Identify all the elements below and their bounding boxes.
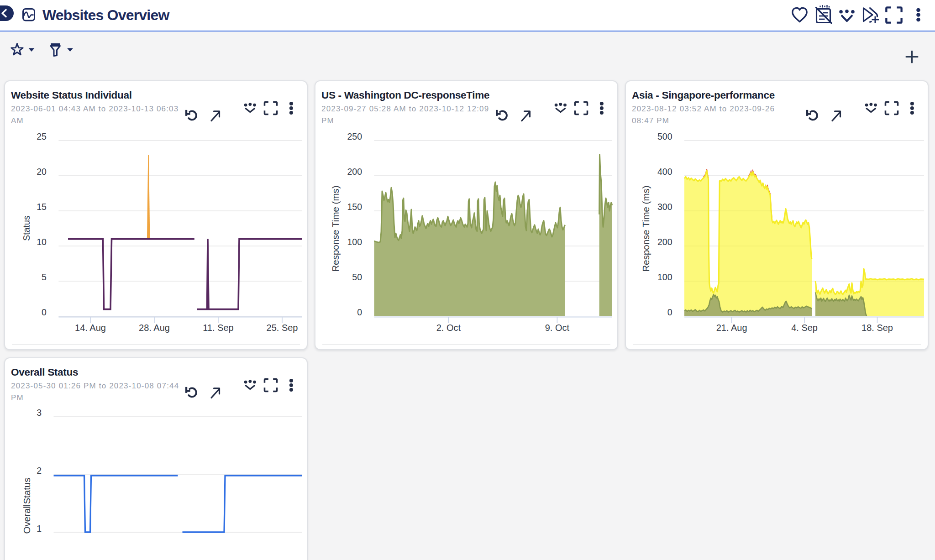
svg-text:28. Aug: 28. Aug: [139, 323, 170, 333]
svg-text:2: 2: [37, 466, 42, 476]
svg-text:25. Sep: 25. Sep: [267, 323, 298, 333]
svg-text:200: 200: [657, 237, 672, 247]
svg-text:3: 3: [37, 408, 42, 418]
svg-text:14. Aug: 14. Aug: [75, 323, 106, 333]
svg-text:0: 0: [357, 307, 362, 317]
svg-text:OverallStatus: OverallStatus: [21, 477, 32, 534]
svg-text:Response Time (ms): Response Time (ms): [641, 185, 651, 272]
svg-text:150: 150: [347, 202, 362, 212]
svg-text:0: 0: [667, 307, 672, 317]
svg-text:21. Aug: 21. Aug: [716, 323, 747, 333]
svg-text:18. Sep: 18. Sep: [861, 323, 893, 333]
svg-text:Status: Status: [21, 215, 32, 241]
svg-text:300: 300: [657, 202, 672, 212]
svg-text:20: 20: [37, 167, 47, 177]
svg-text:4. Sep: 4. Sep: [791, 323, 818, 333]
svg-text:200: 200: [347, 167, 362, 177]
svg-text:100: 100: [657, 272, 672, 282]
svg-text:1: 1: [37, 523, 42, 534]
svg-text:0: 0: [42, 307, 47, 317]
svg-text:11. Sep: 11. Sep: [203, 323, 233, 333]
svg-text:100: 100: [347, 237, 362, 247]
svg-text:15: 15: [37, 202, 47, 212]
svg-text:25: 25: [37, 131, 47, 141]
svg-text:5: 5: [42, 272, 47, 282]
svg-text:250: 250: [347, 131, 362, 141]
svg-text:400: 400: [657, 167, 672, 177]
svg-text:Response Time (ms): Response Time (ms): [330, 185, 341, 272]
svg-text:50: 50: [352, 272, 362, 282]
svg-text:500: 500: [657, 131, 672, 141]
svg-text:2. Oct: 2. Oct: [436, 323, 461, 333]
svg-text:10: 10: [37, 237, 47, 247]
svg-text:9. Oct: 9. Oct: [545, 323, 570, 333]
